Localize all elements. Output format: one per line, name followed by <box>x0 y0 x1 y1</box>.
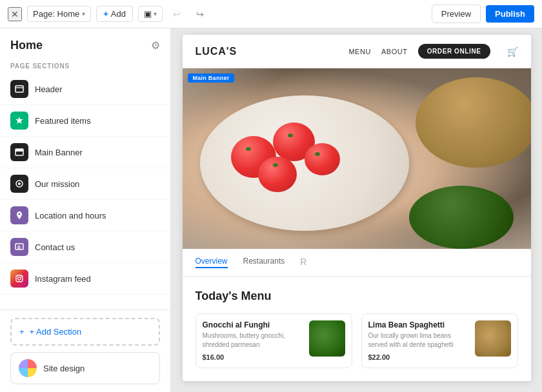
herb-3 <box>273 163 278 167</box>
site-logo: LUCA'S <box>196 46 237 57</box>
sidebar-item-header-label: Header <box>35 84 63 94</box>
tab-overview[interactable]: Overview <box>196 257 228 268</box>
preview-tabs: Overview Restaurants R <box>183 249 531 277</box>
sidebar-item-header[interactable]: Header <box>0 74 170 105</box>
add-section-button[interactable]: + + Add Section <box>10 318 160 346</box>
about-nav-link[interactable]: ABOUT <box>381 48 408 55</box>
cart-icon[interactable]: 🛒 <box>507 46 518 57</box>
menu-item-gnocchi-thumb <box>309 320 345 357</box>
page-selector[interactable]: Page: Home ▾ <box>27 6 91 22</box>
sidebar-item-instagram-feed[interactable]: Instagram feed <box>0 263 170 295</box>
site-nav-links: MENU ABOUT ORDER ONLINE 🛒 <box>348 44 517 59</box>
device-chevron-icon: ▾ <box>154 10 157 17</box>
sidebar-items-list: Header Featured items Main Banner Our mi… <box>0 74 170 309</box>
device-icon: ▣ <box>144 9 152 19</box>
main-banner-section: Main Banner <box>183 68 531 249</box>
sidebar-item-instagram-label: Instagram feed <box>35 274 91 284</box>
sidebar-bottom: + + Add Section Site design <box>0 309 170 392</box>
menu-item-lima: Lima Bean Spaghetti Our locally grown li… <box>361 313 518 368</box>
sidebar-header: Home ⚙ <box>0 28 170 57</box>
food-visual <box>183 68 531 249</box>
instagram-feed-section-icon <box>10 270 28 288</box>
lima-thumbnail-image <box>475 320 511 357</box>
svg-point-11 <box>21 276 22 277</box>
sidebar-item-our-mission-label: Our mission <box>35 179 79 189</box>
sidebar-item-main-banner-label: Main Banner <box>35 148 83 157</box>
menu-item-gnocchi-desc: Mushrooms, buttery gnocchi, shredded par… <box>203 331 303 349</box>
redo-button[interactable]: ↪ <box>191 5 209 23</box>
svg-marker-2 <box>15 117 23 124</box>
site-design-button[interactable]: Site design <box>10 352 160 384</box>
sidebar-item-main-banner[interactable]: Main Banner <box>0 137 170 168</box>
canvas-area: LUCA'S MENU ABOUT ORDER ONLINE 🛒 Main Ba… <box>171 28 542 392</box>
menu-item-lima-name: Lima Bean Spaghetti <box>368 320 468 329</box>
location-hours-section-icon <box>10 206 28 224</box>
order-online-button[interactable]: ORDER ONLINE <box>418 44 490 59</box>
our-mission-section-icon <box>10 175 28 193</box>
header-section-icon <box>10 80 28 98</box>
svg-text:B: B <box>17 245 21 250</box>
publish-button[interactable]: Publish <box>486 5 534 23</box>
plus-icon: + <box>103 9 108 19</box>
right-bowl <box>416 77 530 168</box>
menu-item-gnocchi-text: Gnocchi al Funghi Mushrooms, buttery gno… <box>203 320 303 361</box>
svg-point-6 <box>18 182 21 185</box>
close-button[interactable]: ✕ <box>8 7 22 21</box>
menu-item-lima-desc: Our locally grown lima beans served with… <box>368 331 468 349</box>
menu-item-lima-text: Lima Bean Spaghetti Our locally grown li… <box>368 320 468 361</box>
add-section-plus-icon: + <box>19 327 25 337</box>
tab-more[interactable]: R <box>300 257 306 268</box>
tomato-4 <box>305 143 340 175</box>
tomato-3 <box>258 157 297 192</box>
sidebar-item-contact-us[interactable]: B Contact us <box>0 231 170 263</box>
main-banner-section-icon <box>10 143 28 161</box>
page-sections-label: PAGE SECTIONS <box>0 57 170 74</box>
herb-1 <box>246 147 251 151</box>
bottom-bowl <box>409 186 514 249</box>
menu-nav-link[interactable]: MENU <box>348 48 371 55</box>
sidebar: Home ⚙ PAGE SECTIONS Header Featured ite… <box>0 28 171 392</box>
add-section-label: + Add Section <box>30 327 82 337</box>
sidebar-item-location-label: Location and hours <box>35 211 106 220</box>
menu-item-gnocchi: Gnocchi al Funghi Mushrooms, buttery gno… <box>196 313 352 368</box>
menu-item-lima-thumb <box>475 320 511 357</box>
site-design-color-icon <box>19 359 37 377</box>
herb-2 <box>288 133 293 137</box>
main-banner-image <box>183 68 531 249</box>
toolbar-right: Preview Publish <box>432 5 534 23</box>
sidebar-title: Home <box>10 39 43 52</box>
gnocchi-thumbnail-image <box>309 320 345 357</box>
menu-item-gnocchi-price: $16.00 <box>203 353 303 361</box>
menu-item-lima-price: $22.00 <box>368 353 468 361</box>
featured-items-section-icon <box>10 112 28 130</box>
add-label: Add <box>111 9 126 19</box>
sidebar-item-featured-label: Featured items <box>35 116 91 126</box>
gear-icon[interactable]: ⚙ <box>151 39 160 52</box>
add-button[interactable]: + Add <box>96 6 133 22</box>
menu-section-title: Today's Menu <box>196 289 518 303</box>
sidebar-item-featured-items[interactable]: Featured items <box>0 105 170 137</box>
toolbar: ✕ Page: Home ▾ + Add ▣ ▾ ↩ ↪ Preview Pub… <box>0 0 542 28</box>
page-name-label: Page: Home <box>33 9 79 19</box>
menu-section: Today's Menu Gnocchi al Funghi Mushrooms… <box>183 277 531 381</box>
undo-button[interactable]: ↩ <box>168 5 186 23</box>
food-plate <box>200 95 409 231</box>
svg-rect-0 <box>15 86 23 92</box>
website-preview: LUCA'S MENU ABOUT ORDER ONLINE 🛒 Main Ba… <box>183 35 531 381</box>
menu-item-gnocchi-name: Gnocchi al Funghi <box>203 320 303 329</box>
site-design-label: Site design <box>43 364 85 373</box>
device-selector[interactable]: ▣ ▾ <box>138 6 163 22</box>
sidebar-item-contact-label: Contact us <box>35 242 75 252</box>
svg-point-10 <box>18 277 21 280</box>
main-banner-label: Main Banner <box>188 74 235 83</box>
main-layout: Home ⚙ PAGE SECTIONS Header Featured ite… <box>0 28 542 392</box>
preview-button[interactable]: Preview <box>432 5 481 23</box>
site-nav: LUCA'S MENU ABOUT ORDER ONLINE 🛒 <box>183 35 531 68</box>
sidebar-item-location-hours[interactable]: Location and hours <box>0 200 170 231</box>
close-icon: ✕ <box>11 9 19 19</box>
page-chevron-icon: ▾ <box>82 10 85 17</box>
tab-restaurants[interactable]: Restaurants <box>243 257 285 268</box>
svg-rect-4 <box>15 149 23 152</box>
menu-items-list: Gnocchi al Funghi Mushrooms, buttery gno… <box>196 313 518 368</box>
sidebar-item-our-mission[interactable]: Our mission <box>0 168 170 200</box>
